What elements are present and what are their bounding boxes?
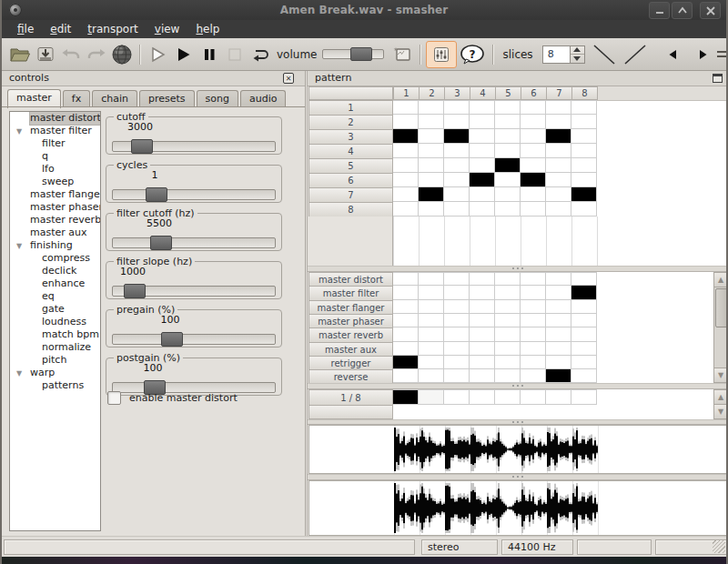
- step-cell-r7-c4[interactable]: [470, 187, 495, 202]
- effect-cell-r7-c2[interactable]: [419, 356, 444, 369]
- step-cell-r3-c7[interactable]: [546, 129, 571, 144]
- panel-close-icon[interactable]: ✕: [283, 73, 294, 84]
- step-cell-r4-c5[interactable]: [495, 144, 521, 158]
- tree-item-master-filter[interactable]: ▼master filter: [10, 125, 100, 137]
- effect-cell-r4-c6[interactable]: [521, 314, 546, 327]
- effect-cell-r3-c3[interactable]: [444, 300, 470, 314]
- effect-cell-r4-c8[interactable]: [571, 314, 597, 327]
- step-cell-r1-c6[interactable]: [521, 100, 546, 115]
- step-cell-r4-c2[interactable]: [419, 144, 444, 158]
- column-header-4[interactable]: 4: [470, 86, 496, 100]
- step-cell-r1-c1[interactable]: [393, 100, 419, 115]
- step-cell-r3-c8[interactable]: [571, 129, 597, 144]
- effect-cell-r7-c5[interactable]: [495, 356, 521, 369]
- effect-cell-r8-c1[interactable]: [393, 369, 419, 383]
- step-cell-r3-c3[interactable]: [444, 129, 470, 144]
- slider-track[interactable]: [112, 141, 276, 152]
- effect-cell-r2-c3[interactable]: [444, 286, 470, 300]
- effect-cell-r6-c3[interactable]: [444, 342, 470, 356]
- effect-cell-r5-c1[interactable]: [393, 327, 419, 342]
- step-cell-r5-c6[interactable]: [521, 158, 546, 173]
- step-cell-r2-c2[interactable]: [419, 115, 444, 129]
- step-cell-r4-c4[interactable]: [470, 144, 495, 158]
- step-cell-r7-c3[interactable]: [444, 187, 470, 202]
- step-cell-r2-c1[interactable]: [393, 115, 419, 129]
- splitter-handle[interactable]: [308, 383, 728, 389]
- title-bar[interactable]: Amen Break.wav - smasher: [2, 0, 726, 20]
- scroll-down-button[interactable]: ▼: [714, 404, 727, 418]
- effect-cell-r6-c8[interactable]: [571, 342, 597, 356]
- effect-cell-r1-c7[interactable]: [546, 272, 571, 286]
- effect-cell-r1-c1[interactable]: [393, 272, 419, 286]
- undo-button[interactable]: [58, 42, 84, 67]
- slice-cell-c4[interactable]: [470, 389, 495, 405]
- slider-track[interactable]: [112, 334, 276, 345]
- panel-restore-icon[interactable]: [713, 74, 723, 83]
- effect-cell-r5-c7[interactable]: [546, 327, 571, 342]
- play-selection-button[interactable]: [146, 42, 171, 67]
- help-button[interactable]: ?: [457, 42, 488, 67]
- effect-cell-r2-c2[interactable]: [419, 286, 444, 300]
- column-header-2[interactable]: 2: [419, 86, 445, 100]
- slice-row-header[interactable]: [308, 405, 393, 419]
- step-cell-r1-c2[interactable]: [419, 100, 444, 115]
- slice-row-header[interactable]: 1 / 8: [308, 389, 393, 406]
- effect-cell-r2-c8[interactable]: [571, 286, 597, 300]
- volume-slider[interactable]: [322, 49, 384, 59]
- tree-item-finishing[interactable]: ▼finishing: [10, 239, 100, 252]
- step-cell-r1-c5[interactable]: [495, 100, 521, 115]
- slice-cell-c8[interactable]: [571, 389, 597, 405]
- previous-button[interactable]: [660, 42, 685, 67]
- slices-increment-button[interactable]: [571, 46, 584, 55]
- effect-cell-r4-c4[interactable]: [470, 314, 495, 327]
- step-cell-r5-c7[interactable]: [546, 158, 571, 173]
- step-cell-r6-c3[interactable]: [444, 173, 470, 187]
- save-button[interactable]: [33, 42, 58, 67]
- column-header-6[interactable]: 6: [521, 86, 547, 100]
- effect-cell-r6-c2[interactable]: [419, 342, 444, 356]
- pause-button[interactable]: [197, 42, 222, 67]
- tree-item-eq[interactable]: eq: [10, 290, 100, 303]
- effect-cell-r6-c6[interactable]: [521, 342, 546, 356]
- step-cell-r8-c6[interactable]: [521, 202, 546, 217]
- step-cell-r3-c1[interactable]: [393, 129, 419, 144]
- row-header-3[interactable]: 3: [308, 129, 393, 145]
- step-cell-r4-c1[interactable]: [393, 144, 419, 158]
- step-cell-r2-c6[interactable]: [521, 115, 546, 129]
- effect-cell-r2-c4[interactable]: [470, 286, 495, 300]
- effect-cell-r7-c1[interactable]: [393, 356, 419, 369]
- maximize-button[interactable]: [672, 2, 693, 19]
- show-controls-toggle[interactable]: [426, 41, 457, 68]
- effect-cell-r1-c8[interactable]: [571, 272, 597, 286]
- effect-cell-r8-c2[interactable]: [419, 369, 444, 383]
- menu-view[interactable]: view: [147, 20, 188, 38]
- step-cell-r7-c7[interactable]: [546, 187, 571, 202]
- tree-item-sweep[interactable]: sweep: [10, 176, 100, 188]
- effect-cell-r2-c7[interactable]: [546, 286, 571, 300]
- scrollbar-thumb[interactable]: [715, 288, 728, 327]
- step-cell-r7-c5[interactable]: [495, 187, 521, 202]
- effect-cell-r4-c3[interactable]: [444, 314, 470, 327]
- effect-cell-r5-c2[interactable]: [419, 327, 444, 342]
- slider-track[interactable]: [112, 237, 276, 248]
- close-button[interactable]: [700, 2, 721, 19]
- step-cell-r1-c4[interactable]: [470, 100, 495, 115]
- effect-row-header-master-flanger[interactable]: master flanger: [308, 300, 393, 315]
- step-cell-r2-c8[interactable]: [571, 115, 597, 129]
- column-header-7[interactable]: 7: [546, 86, 572, 100]
- export-button[interactable]: [389, 42, 415, 67]
- row-header-5[interactable]: 5: [308, 158, 393, 174]
- slider-track[interactable]: [112, 189, 276, 200]
- effect-cell-r2-c5[interactable]: [495, 286, 521, 300]
- effect-cell-r8-c7[interactable]: [546, 369, 571, 383]
- tab-song[interactable]: song: [197, 90, 238, 107]
- step-cell-r4-c3[interactable]: [444, 144, 470, 158]
- effect-cell-r8-c3[interactable]: [444, 369, 470, 383]
- expander-icon[interactable]: ▼: [16, 240, 22, 253]
- effect-cell-r4-c5[interactable]: [495, 314, 521, 327]
- menu-transport[interactable]: transport: [79, 20, 146, 38]
- tree-item-match-bpm[interactable]: match bpm: [10, 328, 100, 341]
- step-cell-r8-c2[interactable]: [419, 202, 444, 217]
- effect-row-header-master-filter[interactable]: master filter: [308, 286, 393, 301]
- next-button[interactable]: [691, 42, 716, 67]
